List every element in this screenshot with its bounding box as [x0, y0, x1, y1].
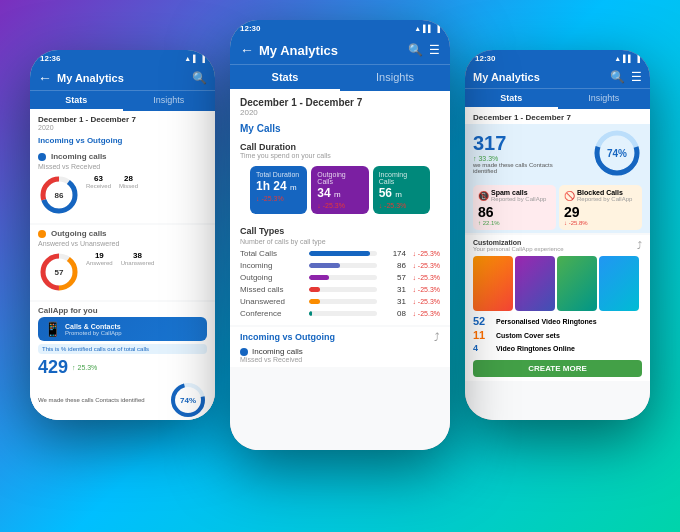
- center-search-icon[interactable]: 🔍: [408, 43, 423, 57]
- center-phone-screen: 12:30 ▲ ▌▌ ▐ ← My Analytics 🔍 ☰ Stats In…: [230, 20, 450, 450]
- right-blocked-sub: Reported by CallApp: [577, 196, 632, 202]
- center-share-icon[interactable]: ⤴: [434, 331, 440, 343]
- left-identify-badge: This is % identified calls out of total …: [38, 344, 207, 354]
- left-date-range: December 1 - December 7 2020: [30, 111, 215, 133]
- right-blocked-change: ↓ -25.8%: [564, 220, 637, 226]
- center-filter-icon[interactable]: ☰: [429, 43, 440, 57]
- center-wifi-icon: ▌▌: [423, 25, 433, 32]
- left-unanswered-num: 38: [121, 251, 155, 260]
- left-header-icons: 🔍: [192, 71, 207, 85]
- right-blocked-card: 🚫 Blocked Calls Reported by CallApp 29 ↓…: [559, 185, 642, 230]
- left-missed-num: 28: [119, 174, 138, 183]
- left-tabs: Stats Insights: [30, 90, 215, 111]
- left-tab-insights[interactable]: Insights: [123, 91, 216, 111]
- center-tab-insights[interactable]: Insights: [340, 65, 450, 91]
- left-answered-label: Answered: [86, 260, 113, 266]
- right-phone-screen: 12:30 ▲ ▌▌ ▐ My Analytics 🔍 ☰ Stats Insi…: [465, 50, 650, 420]
- left-app-header: ← My Analytics 🔍: [30, 66, 215, 90]
- center-duration-card-incoming: Incoming Calls 56 m ↓ -25.3%: [373, 166, 430, 214]
- center-tab-stats[interactable]: Stats: [230, 65, 340, 91]
- call-type-outgoing: Outgoing 57 ↓ -25.3%: [240, 273, 440, 282]
- center-duration-card-outgoing: Outgoing Calls 34 m ↓ -25.3%: [311, 166, 368, 214]
- right-stat-3-labels: Video Ringtones Online: [496, 345, 575, 352]
- left-bottom-tag: We made these calls Contacts identified: [38, 397, 145, 403]
- left-outgoing-label: Outgoing calls: [51, 229, 107, 238]
- call-type-missed: Missed calls 31 ↓ -25.3%: [240, 285, 440, 294]
- left-outgoing-unanswered: 38 Unanswered: [121, 251, 155, 266]
- center-outgoing-label: Outgoing Calls: [317, 171, 362, 185]
- left-callapp-card-title: Calls & Contacts: [65, 323, 122, 330]
- left-outgoing-answered: 19 Answered: [86, 251, 113, 266]
- type-missed-bar-container: [309, 287, 377, 292]
- type-incoming-label: Incoming: [240, 261, 305, 270]
- right-spam-sub: Reported by CallApp: [491, 196, 546, 202]
- right-search-icon[interactable]: 🔍: [610, 70, 625, 84]
- right-custom-title: Customization: [473, 239, 564, 246]
- right-blocked-icon: 🚫: [564, 191, 575, 201]
- right-share-icon[interactable]: ⤴: [637, 240, 642, 251]
- right-status-icons: ▲ ▌▌ ▐: [614, 55, 640, 62]
- right-spam-title-block: Spam calls Reported by CallApp: [491, 189, 546, 202]
- center-date-text: December 1 - December 7: [240, 97, 440, 108]
- left-section-title: Incoming vs Outgoing: [30, 133, 215, 148]
- left-search-icon[interactable]: 🔍: [192, 71, 207, 85]
- center-incoming-label: Incoming Calls: [379, 171, 424, 185]
- left-phone: 12:36 ▲ ▌ ▐ ← My Analytics 🔍 Stats Insig…: [30, 50, 215, 420]
- center-call-types: Call Types Number of calls by call type …: [230, 222, 450, 325]
- right-spam-change: ↑ 22.1%: [478, 220, 551, 226]
- right-app-title: My Analytics: [473, 71, 540, 83]
- left-callapp-text: Calls & Contacts Promoted by CallApp: [65, 323, 122, 336]
- right-tab-stats[interactable]: Stats: [465, 89, 558, 109]
- right-spam-icon: 📵: [478, 191, 489, 201]
- type-conference-bar: [309, 311, 312, 316]
- create-more-button[interactable]: CREATE MORE: [473, 360, 642, 377]
- right-spam-row: 📵 Spam calls Reported by CallApp 86 ↑ 22…: [465, 182, 650, 233]
- left-tab-stats[interactable]: Stats: [30, 91, 123, 111]
- right-tab-insights[interactable]: Insights: [558, 89, 651, 109]
- legend-dot-incoming: [240, 348, 248, 356]
- left-back-button[interactable]: ←: [38, 70, 52, 86]
- right-spam-card: 📵 Spam calls Reported by CallApp 86 ↑ 22…: [473, 185, 556, 230]
- left-incoming-label: Incoming calls: [51, 152, 107, 161]
- right-stat-1-label: Personalised Video Ringtones: [496, 318, 597, 325]
- call-type-conference: Conference 08 ↓ -25.3%: [240, 309, 440, 318]
- left-callapp-title: CallApp for you: [38, 306, 207, 315]
- center-incoming-value: 56 m: [379, 187, 424, 200]
- right-content: December 1 - December 7 317 ↑ 33.3% we m…: [465, 109, 650, 420]
- right-spam-title: Spam calls: [491, 189, 546, 196]
- right-wifi-icon: ▌▌: [623, 55, 633, 62]
- type-missed-change: ↓ -25.3%: [410, 286, 440, 293]
- right-tabs: Stats Insights: [465, 88, 650, 109]
- center-total-value: 1h 24 m: [256, 180, 301, 193]
- center-back-button[interactable]: ←: [240, 42, 254, 58]
- center-outgoing-value: 34 m: [317, 187, 362, 200]
- type-conference-label: Conference: [240, 309, 305, 318]
- right-custom-header: Customization Your personal CallApp expe…: [473, 239, 642, 252]
- left-outgoing-donut-row: 57 19 Answered 38 Unanswered: [38, 251, 207, 293]
- right-filter-icon[interactable]: ☰: [631, 70, 642, 84]
- right-big-num-area: 317 ↑ 33.3% we made these calls Contacts…: [465, 124, 650, 182]
- left-big-number-row: 429 ↑ 25.3%: [38, 354, 207, 381]
- type-unanswered-bar-container: [309, 299, 377, 304]
- left-incoming-total: 86: [55, 191, 64, 200]
- right-custom-stats: 52 Personalised Video Ringtones 11 Custo…: [473, 315, 642, 353]
- left-incoming-sub: Missed vs Received: [38, 163, 207, 170]
- left-unanswered-label: Unanswered: [121, 260, 155, 266]
- center-header-left: ← My Analytics: [240, 42, 338, 58]
- right-big-number: 317: [473, 132, 553, 155]
- left-big-number: 429: [38, 357, 68, 378]
- right-battery-icon: ▐: [635, 55, 640, 62]
- center-duration-card-total: Total Duration 1h 24 m ↓ -25.3%: [250, 166, 307, 214]
- right-big-num-block: 317 ↑ 33.3% we made these calls Contacts…: [473, 132, 553, 174]
- center-incoming-change: ↓ -25.3%: [379, 202, 424, 209]
- wifi-icon: ▲: [184, 55, 191, 62]
- type-incoming-change: ↓ -25.3%: [410, 262, 440, 269]
- center-total-change: ↓ -25.3%: [256, 195, 301, 202]
- center-legend: Incoming calls: [240, 347, 440, 356]
- left-incoming-donut-row: 86 63 Received 28 Missed: [38, 174, 207, 216]
- left-content: December 1 - December 7 2020 Incoming vs…: [30, 111, 215, 420]
- left-callapp-section: CallApp for you 📱 Calls & Contacts Promo…: [30, 302, 215, 420]
- right-header-icons: 🔍 ☰: [610, 70, 642, 84]
- right-blocked-title: Blocked Calls: [577, 189, 632, 196]
- right-percent-val: 74%: [592, 128, 642, 178]
